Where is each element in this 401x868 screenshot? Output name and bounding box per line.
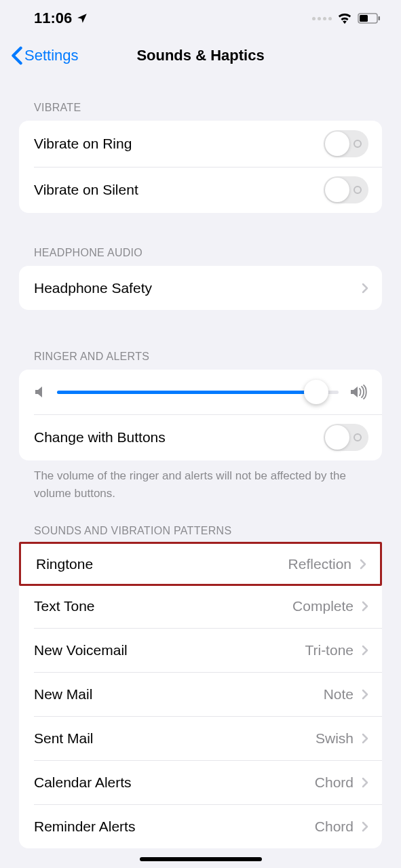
- chevron-right-icon: [362, 689, 368, 700]
- row-value: Chord: [315, 818, 354, 835]
- row-new-voicemail[interactable]: New Voicemail Tri-tone: [19, 628, 382, 672]
- row-vibrate-on-silent[interactable]: Vibrate on Silent: [19, 167, 382, 213]
- volume-slider[interactable]: [57, 391, 339, 394]
- row-reminder-alerts[interactable]: Reminder Alerts Chord: [19, 804, 382, 848]
- row-label: Sent Mail: [34, 730, 94, 747]
- row-calendar-alerts[interactable]: Calendar Alerts Chord: [19, 760, 382, 804]
- row-label: Vibrate on Ring: [34, 136, 132, 152]
- section-footer-ringer: The volume of the ringer and alerts will…: [0, 460, 401, 502]
- row-sent-mail[interactable]: Sent Mail Swish: [19, 716, 382, 760]
- home-indicator[interactable]: [140, 857, 262, 861]
- row-value: Reflection: [288, 556, 351, 572]
- toggle-vibrate-on-silent[interactable]: [324, 176, 368, 203]
- status-right: [312, 12, 381, 24]
- battery-icon: [358, 13, 381, 24]
- wifi-icon: [337, 12, 352, 24]
- chevron-right-icon: [360, 559, 366, 570]
- section-header-ringer: Ringer and Alerts: [0, 351, 401, 370]
- row-label: Change with Buttons: [34, 429, 166, 446]
- row-label: New Voicemail: [34, 642, 128, 658]
- row-label: Ringtone: [36, 556, 93, 572]
- chevron-right-icon: [362, 733, 368, 744]
- status-bar: 11:06: [0, 0, 401, 37]
- row-change-with-buttons[interactable]: Change with Buttons: [19, 414, 382, 460]
- slider-thumb[interactable]: [304, 380, 328, 404]
- svg-rect-1: [360, 15, 368, 22]
- back-button[interactable]: Settings: [11, 46, 79, 65]
- toggle-knob: [325, 132, 349, 156]
- section-header-headphone: Headphone Audio: [0, 247, 401, 266]
- back-label: Settings: [24, 47, 79, 64]
- slider-fill: [57, 391, 316, 394]
- chevron-right-icon: [362, 283, 368, 294]
- row-label: New Mail: [34, 686, 92, 703]
- row-label: Text Tone: [34, 598, 95, 614]
- row-label: Headphone Safety: [34, 280, 152, 296]
- volume-low-icon: [34, 384, 46, 399]
- status-time-group: 11:06: [34, 9, 88, 27]
- row-value: Note: [324, 686, 354, 703]
- status-time: 11:06: [34, 9, 72, 27]
- chevron-right-icon: [362, 777, 368, 788]
- row-label: Reminder Alerts: [34, 818, 135, 835]
- toggle-vibrate-on-ring[interactable]: [324, 130, 368, 157]
- chevron-left-icon: [11, 46, 23, 65]
- section-ringer: Change with Buttons: [19, 370, 382, 460]
- toggle-change-with-buttons[interactable]: [324, 424, 368, 451]
- row-text-tone[interactable]: Text Tone Complete: [19, 584, 382, 628]
- toggle-off-indicator: [354, 140, 362, 148]
- toggle-off-indicator: [354, 433, 362, 441]
- toggle-off-indicator: [354, 186, 362, 194]
- row-ringtone[interactable]: Ringtone Reflection: [19, 542, 382, 586]
- toggle-knob: [325, 178, 349, 202]
- row-label: Vibrate on Silent: [34, 182, 138, 198]
- row-volume-slider: [19, 370, 382, 414]
- toggle-knob: [325, 425, 349, 450]
- page-title: Sounds & Haptics: [136, 47, 264, 64]
- row-value: Tri-tone: [305, 642, 354, 658]
- row-value: Complete: [292, 598, 354, 614]
- nav-bar: Settings Sounds & Haptics: [0, 37, 401, 75]
- row-value: Swish: [316, 730, 354, 747]
- chevron-right-icon: [362, 821, 368, 832]
- row-new-mail[interactable]: New Mail Note: [19, 672, 382, 716]
- section-headphone: Headphone Safety: [19, 266, 382, 310]
- svg-rect-2: [379, 16, 381, 20]
- chevron-right-icon: [362, 601, 368, 612]
- section-header-sounds: Sounds and Vibration Patterns: [0, 525, 401, 544]
- row-value: Chord: [315, 774, 354, 791]
- row-label: Calendar Alerts: [34, 774, 132, 791]
- content: Vibrate Vibrate on Ring Vibrate on Silen…: [0, 75, 401, 848]
- location-icon: [76, 12, 88, 24]
- section-sounds: Ringtone Reflection Text Tone Complete N…: [19, 542, 382, 848]
- row-headphone-safety[interactable]: Headphone Safety: [19, 266, 382, 310]
- row-vibrate-on-ring[interactable]: Vibrate on Ring: [19, 121, 382, 167]
- section-header-vibrate: Vibrate: [0, 102, 401, 121]
- chevron-right-icon: [362, 645, 368, 656]
- volume-high-icon: [349, 384, 367, 399]
- section-vibrate: Vibrate on Ring Vibrate on Silent: [19, 121, 382, 213]
- cellular-dots-icon: [312, 17, 332, 20]
